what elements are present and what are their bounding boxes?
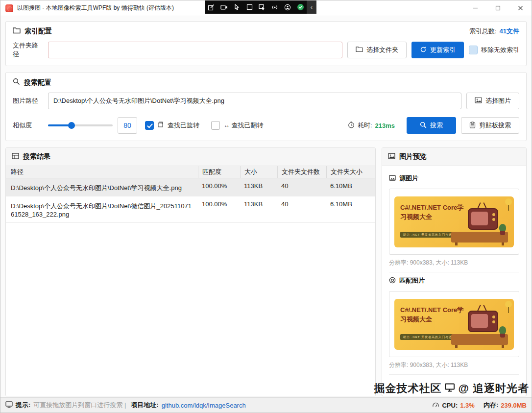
search-icon [13, 78, 20, 87]
gauge-icon [432, 401, 439, 409]
find-rotated-label: 查找已旋转 [168, 121, 199, 130]
results-empty-area [6, 223, 375, 396]
tv-art [468, 208, 498, 230]
similarity-value-box[interactable]: 80 [118, 117, 137, 134]
check-icon[interactable] [294, 0, 307, 14]
slider-thumb[interactable] [68, 122, 75, 129]
select-folder-button[interactable]: 选择文件夹 [347, 42, 407, 58]
cpu-label: CPU: [442, 402, 458, 409]
image-icon [475, 97, 482, 105]
status-right: CPU: 1.3% 内存: 239.0MB [432, 401, 527, 410]
person-icon[interactable] [281, 0, 294, 14]
chevron-left-icon[interactable]: ‹ [307, 0, 316, 14]
grid-icon [12, 152, 19, 161]
plant-art [499, 224, 506, 232]
folder-icon [356, 46, 363, 54]
camera-icon[interactable] [218, 0, 230, 14]
table-row[interactable]: D:\Desktop\个人公众号无水印图片\DotNet\微信图片_202511… [6, 196, 375, 223]
find-flipped-checkbox[interactable] [211, 121, 220, 130]
index-config-title: 索引配置 [24, 27, 52, 36]
close-button[interactable] [509, 0, 532, 16]
elapsed-label: 耗时: [358, 121, 372, 130]
index-total: 索引总数: 41文件 [469, 27, 519, 36]
plant-art [499, 326, 506, 334]
source-image-label: 源图片 [399, 174, 418, 183]
remove-invalid-group: 移除无效索引 [469, 46, 519, 54]
image-icon [388, 152, 395, 161]
index-config-panel: 索引配置 索引总数: 41文件 文件夹路径 选择文件夹 [5, 21, 527, 66]
minimize-button[interactable] [464, 0, 486, 16]
main-row: 搜索结果 路径 匹配度 大小 文件夹文件数 文件夹大小 D:\Desktop\个… [5, 147, 527, 396]
similarity-label: 相似度 [13, 121, 43, 130]
search-button[interactable]: 搜索 [407, 117, 456, 134]
screen-annotation-toolbar: ‹ [205, 0, 316, 14]
index-config-header: 索引配置 索引总数: 41文件 [6, 22, 526, 41]
col-folder-size[interactable]: 文件夹大小 [326, 166, 375, 178]
frame-cursor-icon[interactable] [256, 0, 268, 14]
tv-antenna [483, 305, 486, 311]
maximize-button[interactable] [486, 0, 509, 16]
desk-art [451, 232, 508, 243]
app-logo-icon [5, 4, 13, 12]
cpu-value: 1.3% [460, 402, 475, 409]
image-path-input[interactable] [48, 93, 461, 109]
status-left: 提示: 可直接拖放图片到窗口进行搜索 | 项目地址: github.com/ld… [5, 401, 246, 410]
main-content: 索引配置 索引总数: 41文件 文件夹路径 选择文件夹 [0, 16, 532, 396]
project-label: 项目地址: [131, 401, 158, 410]
col-size[interactable]: 大小 [240, 166, 277, 178]
cursor-icon[interactable] [230, 0, 243, 14]
watermark-text-right: @ 追逐时光者 [458, 381, 529, 396]
folder-path-input[interactable] [48, 42, 342, 58]
cell-path: D:\Desktop\个人公众号无水印图片\DotNet\微信图片_202511… [6, 196, 198, 222]
cell-path: D:\Desktop\个人公众号无水印图片\DotNet\学习视频大全.png [6, 178, 198, 196]
edit-icon[interactable] [205, 0, 218, 14]
preview-body: 源图片 C#/.NET/.NET Core学 习视频大全 助力 .NET 开发者… [382, 166, 526, 384]
tv-antenna [477, 305, 481, 311]
similarity-slider[interactable] [48, 121, 113, 129]
rotate-icon [157, 121, 164, 130]
match-image-frame: C#/.NET/.NET Core学 习视频大全 助力 .NET 开发者高效入门… [389, 291, 519, 357]
col-match[interactable]: 匹配度 [198, 166, 240, 178]
col-path[interactable]: 路径 [6, 166, 198, 178]
lamp-art [505, 301, 512, 308]
clipboard-search-button[interactable]: 剪贴板搜索 [461, 117, 519, 134]
tip-text: 可直接拖放图片到窗口进行搜索 | [33, 401, 126, 410]
broadcast-icon[interactable] [268, 0, 281, 14]
lamp-art [505, 198, 512, 205]
update-index-button[interactable]: 更新索引 [411, 42, 464, 58]
table-row[interactable]: D:\Desktop\个人公众号无水印图片\DotNet\学习视频大全.png … [6, 178, 375, 196]
title-bar: 以图搜图 - 本地图像检索工具WPF版 by 懒得勤快 (评估版本) [0, 0, 532, 16]
app-window: 以图搜图 - 本地图像检索工具WPF版 by 懒得勤快 (评估版本) [0, 0, 532, 413]
tip-label: 提示: [16, 401, 30, 410]
cell-folder-size: 6.10MB [326, 196, 375, 212]
search-config-panel: 搜索配置 图片路径 选择图片 相似度 80 [5, 72, 527, 141]
window-controls [464, 0, 532, 16]
select-image-button[interactable]: 选择图片 [466, 93, 519, 109]
find-flipped-group: ↔ 查找已翻转 [211, 121, 264, 130]
find-rotated-checkbox[interactable] [145, 121, 154, 130]
memory-label: 内存: [484, 401, 498, 410]
remove-invalid-checkbox[interactable] [469, 46, 478, 54]
col-folder-files[interactable]: 文件夹文件数 [277, 166, 326, 178]
source-image-info: 分辨率: 900x383, 大小: 113KB [389, 255, 519, 272]
image-path-label: 图片路径 [13, 97, 43, 105]
project-link[interactable]: github.com/ldqk/ImageSearch [162, 402, 246, 409]
clock-icon [348, 121, 355, 130]
match-image-thumbnail: C#/.NET/.NET Core学 习视频大全 助力 .NET 开发者高效入门… [394, 299, 514, 350]
source-image-frame: C#/.NET/.NET Core学 习视频大全 助力 .NET 开发者高效入门… [389, 189, 519, 255]
clipboard-icon [469, 121, 476, 130]
refresh-icon [420, 46, 427, 54]
index-total-label: 索引总数: [469, 27, 497, 36]
tv-antenna [477, 202, 481, 209]
cell-size: 113KB [240, 178, 277, 194]
preview-header: 图片预览 [382, 148, 526, 166]
source-image-thumbnail: C#/.NET/.NET Core学 习视频大全 助力 .NET 开发者高效入门… [394, 196, 514, 247]
elapsed-group: 耗时: 213ms [348, 121, 395, 130]
search-results-panel: 搜索结果 路径 匹配度 大小 文件夹文件数 文件夹大小 D:\Desktop\个… [5, 147, 376, 396]
index-total-value: 41文件 [500, 27, 519, 36]
window-title: 以图搜图 - 本地图像检索工具WPF版 by 懒得勤快 (评估版本) [17, 4, 174, 12]
frame-icon[interactable] [243, 0, 256, 14]
target-icon [389, 277, 396, 285]
results-header: 搜索结果 [6, 148, 375, 166]
folder-icon [13, 27, 21, 36]
